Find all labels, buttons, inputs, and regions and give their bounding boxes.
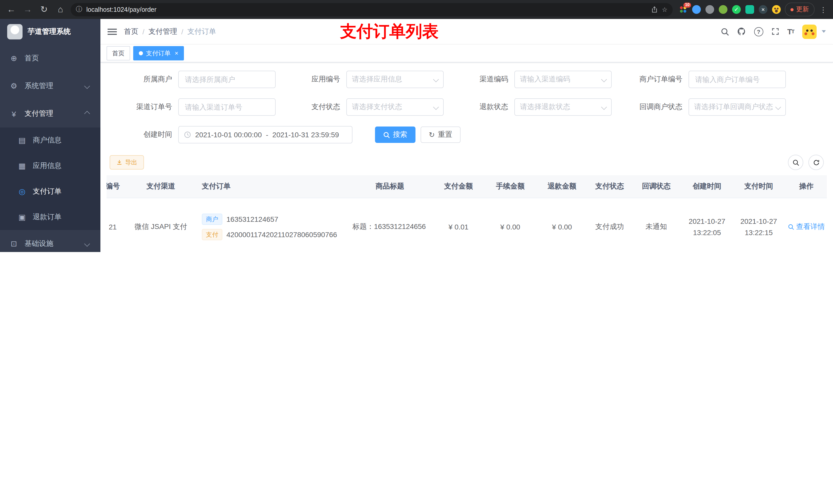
- sidebar-item-refund-order[interactable]: ▣ 退款订单: [0, 205, 100, 230]
- col-fee: 手续金额: [484, 175, 537, 198]
- extension-face-icon[interactable]: [772, 5, 781, 14]
- channel-order-no-field[interactable]: [184, 102, 270, 112]
- back-icon[interactable]: ←: [5, 3, 18, 16]
- clock-icon: [184, 131, 191, 138]
- merchant-label: 所属商户: [121, 75, 178, 84]
- sidebar-item-home[interactable]: ⊕ 首页: [0, 45, 100, 72]
- sidebar-item-payment[interactable]: ¥ 支付管理: [0, 100, 100, 127]
- extension-green-icon[interactable]: [719, 5, 728, 14]
- col-amount: 支付金额: [433, 175, 484, 198]
- chevron-down-icon: [84, 83, 90, 89]
- merchant-tag: 商户: [202, 214, 222, 225]
- github-icon[interactable]: [737, 27, 746, 36]
- pay-status-select[interactable]: 请选择支付状态: [346, 98, 444, 116]
- start-time: 2021-10-01 00:00:00: [195, 130, 262, 139]
- toggle-search-icon[interactable]: [788, 155, 803, 170]
- app-grid-icon: ▦: [18, 161, 27, 171]
- pay-status-label: 支付状态: [289, 102, 346, 112]
- dashboard-icon: ⊕: [9, 54, 19, 63]
- cell-order: 商户 1635312124657 支付 42000011742021102780…: [198, 214, 343, 240]
- col-order: 支付订单: [195, 175, 346, 198]
- sidebar-item-infra[interactable]: ⊡ 基础设施: [0, 230, 100, 252]
- merchant-order-no-input[interactable]: [689, 71, 786, 88]
- refresh-table-icon[interactable]: [808, 155, 824, 170]
- filter-form: 所属商户 应用编号 请选择应用信息: [105, 71, 828, 143]
- reset-button[interactable]: ↻ 重置: [421, 126, 460, 143]
- export-button[interactable]: 导出: [110, 155, 144, 170]
- col-refund: 退款金额: [537, 175, 587, 198]
- table-body: 21 微信 JSAPI 支付 商户 1635312124657 支付 42000…: [106, 198, 827, 252]
- browser-menu-icon[interactable]: ⋮: [819, 5, 828, 14]
- url-text: localhost:1024/pay/order: [86, 6, 157, 13]
- avatar[interactable]: [802, 24, 817, 39]
- merchant-order-no-label: 商户订单编号: [625, 75, 689, 84]
- update-dot-icon: [790, 8, 793, 11]
- browser-update-button[interactable]: 更新: [785, 3, 814, 16]
- col-pay-time: 支付时间: [734, 175, 784, 198]
- merchant-order-no-field[interactable]: [694, 75, 780, 84]
- refresh-icon: ↻: [429, 130, 435, 139]
- breadcrumb-payment[interactable]: 支付管理: [148, 27, 177, 36]
- orders-table: 编号 支付渠道 支付订单 商品标题 支付金额 手续金额 退款金额 支付状态 回调…: [106, 175, 827, 252]
- channel-code-select[interactable]: 请输入渠道编码: [514, 71, 612, 88]
- fullscreen-icon[interactable]: [771, 28, 779, 35]
- channel-order-no-input[interactable]: [178, 98, 276, 116]
- home-icon[interactable]: ⌂: [54, 3, 67, 16]
- reload-icon[interactable]: ↻: [38, 3, 50, 16]
- app-select[interactable]: 请选择应用信息: [346, 71, 444, 88]
- sidebar-item-merchant-info[interactable]: ▤ 商户信息: [0, 127, 100, 153]
- help-icon[interactable]: ?: [754, 27, 763, 36]
- forward-icon[interactable]: →: [22, 3, 34, 16]
- col-create-time: 创建时间: [680, 175, 734, 198]
- logo-image: [7, 24, 23, 40]
- chevron-down-icon: [776, 104, 781, 110]
- refund-status-select[interactable]: 请选择退款状态: [514, 98, 612, 116]
- col-id: 编号: [106, 175, 127, 198]
- font-size-icon[interactable]: TT: [787, 27, 794, 36]
- gear-icon: ⚙: [9, 81, 19, 91]
- breadcrumb-home[interactable]: 首页: [124, 27, 138, 36]
- sidebar-item-pay-order[interactable]: ◎ 支付订单: [0, 179, 100, 205]
- url-bar[interactable]: ⓘ localhost:1024/pay/order ☆: [71, 3, 673, 16]
- view-detail-link[interactable]: 查看详情: [788, 222, 825, 232]
- extension-square-icon[interactable]: [745, 5, 754, 14]
- tab-home[interactable]: 首页: [106, 46, 130, 61]
- channel-order-no-label: 渠道订单号: [121, 102, 178, 112]
- extension-check-icon[interactable]: ✓: [732, 5, 741, 14]
- cell-refund: ¥ 0.00: [537, 198, 587, 252]
- extension-dark-icon[interactable]: ✕: [759, 5, 767, 14]
- cell-pay-time: 2021-10-27 13:22:15: [734, 198, 784, 252]
- extension-dots-icon[interactable]: 10: [679, 5, 688, 14]
- search-button[interactable]: 搜索: [375, 126, 415, 143]
- merchant-input-field[interactable]: [184, 75, 270, 84]
- chevron-down-icon: [84, 241, 90, 247]
- extension-gray-icon[interactable]: [706, 5, 714, 14]
- sidebar-item-app-info[interactable]: ▦ 应用信息: [0, 153, 100, 179]
- pay-order-icon: ◎: [18, 187, 27, 196]
- table-header-row: 编号 支付渠道 支付订单 商品标题 支付金额 手续金额 退款金额 支付状态 回调…: [106, 175, 827, 198]
- hamburger-icon[interactable]: [108, 28, 117, 35]
- page-annotation: 支付订单列表: [340, 20, 438, 43]
- logo[interactable]: 芋道管理系统: [0, 19, 100, 45]
- avatar-caret-icon[interactable]: [822, 30, 826, 33]
- screen: ← → ↻ ⌂ ⓘ localhost:1024/pay/order ☆ 10 …: [0, 0, 833, 252]
- site-info-icon[interactable]: ⓘ: [76, 5, 82, 14]
- breadcrumb-current: 支付订单: [188, 27, 216, 36]
- merchant-input[interactable]: [178, 71, 276, 88]
- browser-chrome: ← → ↻ ⌂ ⓘ localhost:1024/pay/order ☆ 10 …: [0, 0, 833, 19]
- cell-id: 21: [106, 198, 127, 252]
- close-tab-icon[interactable]: ×: [175, 50, 178, 57]
- bookmark-star-icon[interactable]: ☆: [662, 6, 668, 13]
- create-time-range[interactable]: 2021-10-01 00:00:00 - 2021-10-31 23:59:5…: [178, 126, 353, 143]
- tab-pay-order[interactable]: 支付订单 ×: [133, 46, 184, 61]
- refund-order-icon: ▣: [18, 213, 27, 222]
- chevron-down-icon: [433, 77, 439, 82]
- share-icon[interactable]: [651, 6, 658, 13]
- search-icon[interactable]: [720, 27, 729, 35]
- extension-drop-icon[interactable]: [692, 5, 701, 14]
- cell-create-time: 2021-10-27 13:22:05: [680, 198, 734, 252]
- callback-status-select[interactable]: 请选择订单回调商户状态: [689, 98, 786, 116]
- sidebar-item-system[interactable]: ⚙ 系统管理: [0, 72, 100, 100]
- col-notify: 回调状态: [632, 175, 680, 198]
- end-time: 2021-10-31 23:59:59: [272, 130, 339, 139]
